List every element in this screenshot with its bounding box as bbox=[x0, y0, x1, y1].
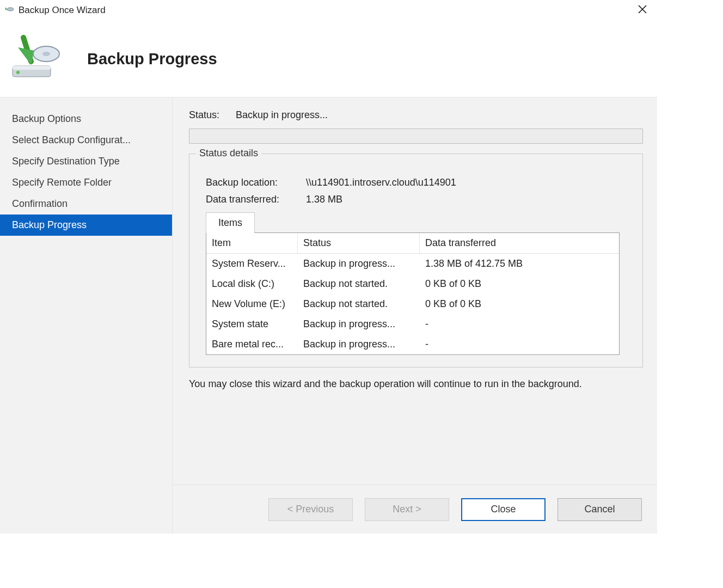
table-header: Item Status Data transferred bbox=[206, 233, 619, 254]
cell-data: 1.38 MB of 412.75 MB bbox=[420, 254, 540, 274]
col-header-item[interactable]: Item bbox=[206, 233, 298, 253]
tab-items[interactable]: Items bbox=[206, 212, 255, 233]
cell-data: - bbox=[420, 314, 540, 334]
items-table: Item Status Data transferred System Rese… bbox=[206, 232, 620, 355]
backup-location-label: Backup location: bbox=[206, 177, 298, 188]
svg-point-5 bbox=[16, 71, 20, 74]
wizard-footer: < Previous Next > Close Cancel bbox=[173, 485, 657, 534]
table-row[interactable]: Local disk (C:) Backup not started. 0 KB… bbox=[206, 274, 619, 294]
step-select-backup-configuration[interactable]: Select Backup Configurat... bbox=[0, 130, 172, 151]
cell-item: System state bbox=[206, 314, 298, 334]
step-specify-destination-type[interactable]: Specify Destination Type bbox=[0, 151, 172, 172]
status-row: Status: Backup in progress... bbox=[189, 109, 643, 121]
cell-data: - bbox=[420, 334, 540, 354]
cell-status: Backup in progress... bbox=[298, 254, 420, 274]
status-details-group: Status details Backup location: \\u11490… bbox=[189, 154, 643, 367]
data-transferred-label: Data transferred: bbox=[206, 194, 298, 205]
wizard-steps-sidebar: Backup Options Select Backup Configurat.… bbox=[0, 97, 173, 534]
status-value: Backup in progress... bbox=[236, 109, 328, 121]
backup-drive-icon bbox=[4, 32, 64, 86]
step-specify-remote-folder[interactable]: Specify Remote Folder bbox=[0, 172, 172, 193]
table-row[interactable]: System state Backup in progress... - bbox=[206, 314, 619, 334]
svg-rect-4 bbox=[13, 66, 51, 70]
status-details-legend: Status details bbox=[196, 148, 261, 159]
cell-item: Local disk (C:) bbox=[206, 274, 298, 294]
cell-status: Backup in progress... bbox=[298, 314, 420, 334]
backup-wizard-icon bbox=[3, 4, 15, 16]
svg-point-0 bbox=[7, 8, 14, 11]
next-button: Next > bbox=[365, 498, 449, 521]
step-backup-options[interactable]: Backup Options bbox=[0, 108, 172, 130]
cell-data: 0 KB of 0 KB bbox=[420, 274, 540, 294]
cell-item: Bare metal rec... bbox=[206, 334, 298, 354]
table-row[interactable]: System Reserv... Backup in progress... 1… bbox=[206, 254, 619, 274]
wizard-window: Backup Once Wizard Backup Progress Backu… bbox=[0, 0, 657, 534]
main-panel: Status: Backup in progress... Status det… bbox=[173, 97, 657, 534]
col-header-data-transferred[interactable]: Data transferred bbox=[420, 233, 540, 253]
cancel-button[interactable]: Cancel bbox=[557, 498, 642, 521]
titlebar: Backup Once Wizard bbox=[0, 0, 657, 21]
background-note: You may close this wizard and the backup… bbox=[189, 377, 641, 391]
step-backup-progress[interactable]: Backup Progress bbox=[0, 215, 172, 236]
cell-status: Backup not started. bbox=[298, 294, 420, 314]
table-row[interactable]: Bare metal rec... Backup in progress... … bbox=[206, 334, 619, 354]
backup-location-value: \\u114901.introserv.cloud\u114901 bbox=[306, 177, 456, 188]
previous-button: < Previous bbox=[268, 498, 353, 521]
svg-point-2 bbox=[42, 52, 50, 56]
progress-bar bbox=[189, 128, 643, 144]
step-confirmation[interactable]: Confirmation bbox=[0, 193, 172, 215]
cell-data: 0 KB of 0 KB bbox=[420, 294, 540, 314]
close-icon[interactable] bbox=[633, 4, 652, 16]
banner: Backup Progress bbox=[0, 21, 657, 97]
cell-status: Backup not started. bbox=[298, 274, 420, 294]
window-title: Backup Once Wizard bbox=[19, 5, 633, 16]
page-heading: Backup Progress bbox=[87, 50, 217, 68]
close-button[interactable]: Close bbox=[461, 498, 546, 521]
cell-item: New Volume (E:) bbox=[206, 294, 298, 314]
cell-status: Backup in progress... bbox=[298, 334, 420, 354]
cell-item: System Reserv... bbox=[206, 254, 298, 274]
status-label: Status: bbox=[189, 109, 219, 121]
col-header-status[interactable]: Status bbox=[298, 233, 420, 253]
table-row[interactable]: New Volume (E:) Backup not started. 0 KB… bbox=[206, 294, 619, 314]
data-transferred-value: 1.38 MB bbox=[306, 194, 342, 205]
